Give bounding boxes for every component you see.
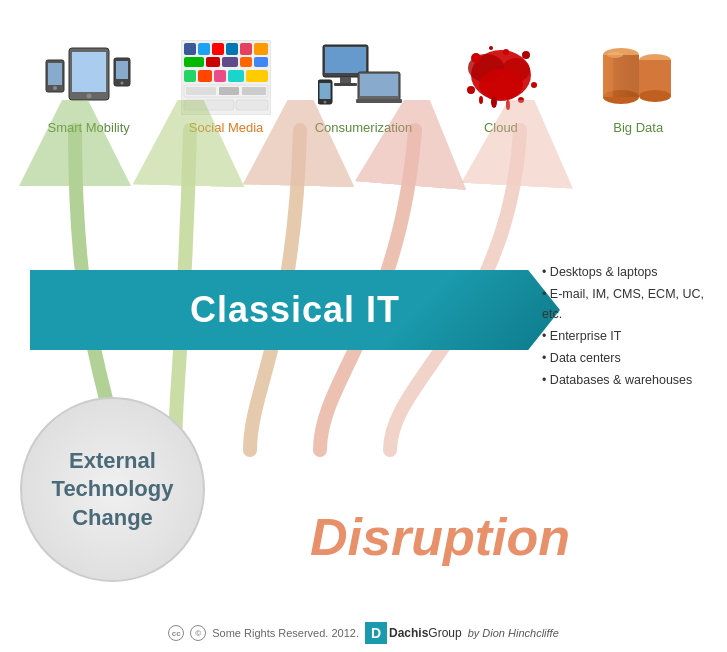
svg-rect-35 — [334, 83, 357, 86]
svg-point-50 — [503, 49, 509, 55]
svg-rect-31 — [236, 100, 268, 110]
bullet-list: • Desktops & laptops • E-mail, IM, CMS, … — [542, 262, 717, 392]
svg-rect-10 — [184, 43, 196, 55]
svg-rect-13 — [226, 43, 238, 55]
smart-mobility-item: Smart Mobility — [34, 40, 144, 135]
svg-rect-16 — [184, 57, 204, 67]
svg-rect-27 — [186, 87, 216, 95]
svg-point-45 — [479, 69, 523, 101]
svg-rect-18 — [222, 57, 238, 67]
cc-share-symbol: © — [190, 625, 206, 641]
svg-rect-64 — [603, 55, 613, 97]
smart-mobility-label: Smart Mobility — [48, 120, 130, 135]
consumerization-icon — [318, 40, 408, 115]
bullet-item-4: • Data centers — [542, 348, 717, 368]
svg-rect-11 — [198, 43, 210, 55]
svg-rect-38 — [356, 99, 402, 103]
svg-rect-19 — [240, 57, 252, 67]
consumerization-item: Consumerization — [308, 40, 418, 135]
bullet-item-5: • Databases & warehouses — [542, 370, 717, 390]
dachis-group-word: Group — [428, 626, 461, 640]
social-media-icon — [181, 40, 271, 115]
cc-share-icon: © — [190, 625, 206, 641]
svg-rect-30 — [184, 100, 234, 110]
svg-rect-23 — [214, 70, 226, 82]
svg-rect-4 — [72, 52, 106, 92]
svg-point-62 — [639, 90, 671, 102]
etc-label: ExternalTechnologyChange — [42, 437, 184, 543]
svg-rect-22 — [198, 70, 212, 82]
classical-it-bar: Classical IT — [30, 270, 560, 350]
svg-point-54 — [506, 100, 510, 110]
top-icons-container: Smart Mobility — [0, 0, 727, 135]
big-data-label: Big Data — [613, 120, 663, 135]
svg-rect-33 — [325, 47, 366, 73]
svg-rect-15 — [254, 43, 268, 55]
svg-point-47 — [522, 51, 530, 59]
svg-rect-25 — [246, 70, 268, 82]
svg-rect-24 — [228, 70, 244, 82]
big-data-icon — [593, 40, 683, 115]
dachis-name: DachisGroup — [389, 626, 462, 640]
cloud-icon — [456, 40, 546, 115]
svg-point-2 — [53, 86, 57, 90]
footer-rights-text: Some Rights Reserved. 2012. — [212, 627, 359, 639]
big-data-item: Big Data — [583, 40, 693, 135]
dachis-logo: D DachisGroup — [365, 622, 462, 644]
svg-rect-29 — [242, 87, 266, 95]
svg-point-49 — [467, 86, 475, 94]
svg-point-48 — [531, 82, 537, 88]
etc-circle: ExternalTechnologyChange — [20, 397, 205, 582]
dachis-d-icon: D — [365, 622, 387, 644]
svg-rect-1 — [48, 63, 62, 85]
svg-point-46 — [471, 53, 481, 63]
svg-rect-14 — [240, 43, 252, 55]
svg-point-52 — [518, 97, 524, 103]
svg-rect-40 — [320, 83, 331, 99]
smart-mobility-icon — [44, 40, 134, 115]
svg-rect-7 — [116, 61, 128, 79]
svg-point-55 — [479, 96, 483, 104]
svg-point-5 — [86, 94, 91, 99]
svg-rect-20 — [254, 57, 268, 67]
classical-it-label: Classical IT — [190, 289, 400, 331]
svg-rect-17 — [206, 57, 220, 67]
svg-point-41 — [324, 101, 327, 104]
svg-rect-12 — [212, 43, 224, 55]
cc-symbol: cc — [168, 625, 184, 641]
svg-point-53 — [491, 96, 497, 108]
dachis-brand: Dachis — [389, 626, 428, 640]
bullet-item-3: • Enterprise IT — [542, 326, 717, 346]
svg-rect-28 — [219, 87, 239, 95]
author-credit: by Dion Hinchcliffe — [468, 627, 559, 639]
footer: cc © Some Rights Reserved. 2012. D Dachi… — [0, 622, 727, 644]
svg-point-51 — [489, 46, 493, 50]
bullet-item-1: • Desktops & laptops — [542, 262, 717, 282]
svg-point-8 — [120, 82, 123, 85]
disruption-label: Disruption — [310, 507, 570, 567]
cloud-label: Cloud — [484, 120, 518, 135]
cloud-item: Cloud — [446, 40, 556, 135]
svg-rect-34 — [340, 77, 351, 83]
social-media-item: Social Media — [171, 40, 281, 135]
svg-rect-37 — [360, 74, 398, 96]
bullet-item-2: • E-mail, IM, CMS, ECM, UC, etc. — [542, 284, 717, 324]
svg-rect-21 — [184, 70, 196, 82]
creative-commons-icon: cc — [168, 625, 184, 641]
consumerization-label: Consumerization — [315, 120, 413, 135]
social-media-label: Social Media — [189, 120, 263, 135]
